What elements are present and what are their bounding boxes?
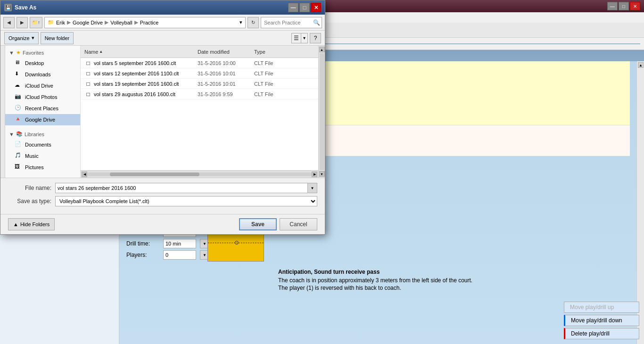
dialog-maximize-button[interactable]: □ [299,3,310,12]
favorites-arrow-icon: ▼ [9,50,14,56]
favorites-label: Favorites [23,50,44,56]
nav-item-pictures-label: Pictures [25,164,44,170]
breadcrumb[interactable]: 📁 Erik ▶ Google Drive ▶ Volleyball ▶ Pra… [44,17,246,28]
savetype-select[interactable]: Volleyball Playbook Complete List(*.clt) [55,196,317,206]
nav-item-icloud-drive[interactable]: ☁ iCloud Drive [5,80,80,91]
view-list-button[interactable]: ☰ [292,33,301,43]
filename-row: File name: ▼ [8,183,317,193]
col-date-header[interactable]: Date modified [198,49,254,55]
file-name-3: vol stars 19 september 2016 1600.clt [94,81,198,87]
save-as-dialog: 💾 Save As — □ ✕ ◀ ▶ 📁 ↑ 📁 Erik ▶ Google … [0,0,325,235]
sort-arrow-icon: ▲ [99,49,103,54]
nav-item-documents-label: Documents [25,142,51,147]
view-dropdown-button[interactable]: ▾ [301,33,307,43]
filename-input[interactable] [55,183,308,193]
nav-item-icloud-photos-label: iCloud Photos [25,94,58,100]
breadcrumb-dropdown[interactable]: ▾ [239,19,242,25]
file-type-4: CLT File [254,91,314,97]
nav-back-button[interactable]: ◀ [3,17,15,28]
view-options: ☰ ▾ [291,33,308,43]
libraries-arrow-icon: ▼ [9,131,14,137]
organize-button[interactable]: Organize ▾ [4,32,39,44]
breadcrumb-sep1: ▶ [67,19,71,25]
libraries-folder-icon: 📚 [16,131,23,137]
file-list-header: Name ▲ Date modified Type [81,46,318,58]
nav-item-documents[interactable]: 📄 Documents [5,139,80,150]
new-folder-label: New folder [45,35,70,41]
left-scrollbar [0,46,5,178]
breadcrumb-part3[interactable]: Volleyball [110,20,132,25]
table-row[interactable]: □ vol stars 12 september 2016 1100.clt 3… [81,68,318,79]
dialog-toolbar: Organize ▾ New folder ☰ ▾ ? [0,31,325,46]
google-drive-icon: 🔺 [15,116,22,123]
hide-folders-button[interactable]: ▲ Hide Folders [8,218,55,230]
dialog-title-text: Save As [15,4,288,11]
breadcrumb-icon: 📁 [48,19,54,25]
scroll-down-button[interactable]: ▼ [319,171,325,177]
pictures-icon: 🖼 [15,164,22,171]
table-row[interactable]: □ vol stars 19 september 2016 1600.clt 3… [81,79,318,89]
help-button[interactable]: ? [310,33,321,43]
col-date-label: Date modified [198,49,230,55]
scrollbar-thumb [110,172,199,176]
breadcrumb-sep2: ▶ [105,19,108,25]
nav-item-music[interactable]: 🎵 Music [5,150,80,162]
music-icon: 🎵 [15,152,22,160]
file-icon-2: □ [84,70,92,77]
dialog-bottom-form: File name: ▼ Save as type: Volleyball Pl… [0,178,325,214]
nav-item-recent-places-label: Recent Places [25,106,58,111]
scroll-left-button[interactable]: ◀ [82,172,87,177]
icloud-photos-icon: 📷 [15,93,22,101]
file-list-vertical-scrollbar[interactable]: ▲ ▼ [318,46,325,178]
table-row[interactable]: □ vol stars 29 augustus 2016 1600.clt 31… [81,89,318,99]
scroll-up-button[interactable]: ▲ [319,47,325,52]
nav-forward-button[interactable]: ▶ [17,17,28,28]
nav-up-button[interactable]: 📁 ↑ [30,17,42,28]
save-button[interactable]: Save [239,218,277,230]
file-type-3: CLT File [254,81,314,87]
libraries-label: Libraries [25,131,44,137]
cancel-button[interactable]: Cancel [280,218,317,230]
file-list: □ vol stars 5 september 2016 1600.clt 31… [81,58,318,170]
col-type-header[interactable]: Type [254,49,314,55]
scroll-right-button[interactable]: ▶ [312,172,317,177]
nav-refresh-button[interactable]: ↻ [248,17,259,28]
file-icon-1: □ [84,59,92,67]
nav-item-downloads[interactable]: ⬇ Downloads [5,69,80,80]
nav-item-music-label: Music [25,153,39,159]
nav-item-icloud-photos[interactable]: 📷 iCloud Photos [5,91,80,103]
dialog-minimize-button[interactable]: — [288,3,298,12]
file-list-scrollbar[interactable]: ◀ ▶ [81,170,318,178]
organize-label: Organize [8,35,30,41]
breadcrumb-part4[interactable]: Practice [140,20,159,25]
breadcrumb-part1[interactable]: Erik [56,20,65,25]
nav-item-recent-places[interactable]: 🕒 Recent Places [5,103,80,114]
save-cancel-group: Save Cancel [239,218,317,230]
search-icon[interactable]: 🔍 [313,19,320,26]
file-date-3: 31-5-2016 10:01 [198,81,254,87]
nav-item-desktop[interactable]: 🖥 Desktop [5,57,80,69]
file-name-2: vol stars 12 september 2016 1100.clt [94,71,198,76]
dialog-close-button[interactable]: ✕ [311,3,321,12]
breadcrumb-part2[interactable]: Google Drive [73,20,103,25]
file-icon-3: □ [84,80,92,88]
filename-dropdown-button[interactable]: ▼ [308,183,317,193]
new-folder-button[interactable]: New folder [41,32,74,44]
dialog-titlebar[interactable]: 💾 Save As — □ ✕ [0,0,325,15]
favorites-header[interactable]: ▼ ★ Favorites [5,48,80,57]
hide-folders-label: Hide Folders [20,221,50,227]
nav-item-google-drive[interactable]: 🔺 Google Drive [5,114,80,125]
dialog-title-icon: 💾 [4,4,12,11]
file-type-2: CLT File [254,71,314,76]
nav-item-google-drive-label: Google Drive [25,117,55,123]
nav-item-desktop-label: Desktop [25,60,44,66]
table-row[interactable]: □ vol stars 5 september 2016 1600.clt 31… [81,58,318,68]
filename-label: File name: [8,185,55,191]
dialog-main: Name ▲ Date modified Type □ vol sta [81,46,318,178]
nav-item-pictures[interactable]: 🖼 Pictures [5,162,80,173]
breadcrumb-sep3: ▶ [134,19,138,25]
dialog-left-panel: ▼ ★ Favorites 🖥 Desktop ⬇ Downloads ☁ iC… [5,46,81,178]
recent-places-icon: 🕒 [15,105,22,112]
col-name-header[interactable]: Name ▲ [84,49,198,55]
libraries-header[interactable]: ▼ 📚 Libraries [5,129,80,139]
